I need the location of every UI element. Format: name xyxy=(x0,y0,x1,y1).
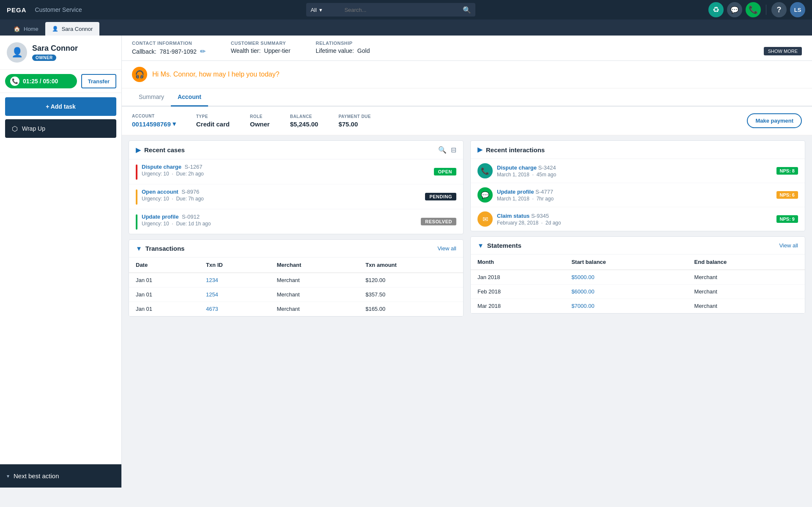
case-meta-2: Urgency: 10 · Due: 1d 1h ago xyxy=(142,221,211,227)
search-bar: All ▾ 🔍 xyxy=(306,3,475,16)
account-section: ACCOUNT 00114598769 ▾ TYPE Credit card R… xyxy=(122,107,812,135)
timer-display: 01:25 / 05:00 xyxy=(23,78,58,85)
contact-info-label: CONTACT INFORMATION xyxy=(132,41,206,46)
txn-id-0[interactable]: 1234 xyxy=(199,273,270,288)
search-icon[interactable]: 🔍 xyxy=(438,146,447,154)
interaction-email-icon: ✉ xyxy=(477,211,493,227)
recent-interactions-card: ▶ Recent interactions 📞 Dispute charge S… xyxy=(470,140,805,231)
statements-table: Month Start balance End balance Jan 2018… xyxy=(471,255,805,313)
case-item: Update profile S-0912 Urgency: 10 · Due:… xyxy=(129,209,463,234)
col-month: Month xyxy=(471,255,565,270)
recent-interactions-title: ▶ Recent interactions xyxy=(477,146,545,153)
case-meta-1: Urgency: 10 · Due: 7h ago xyxy=(142,196,204,202)
case-title-open-account[interactable]: Open account S-8976 xyxy=(142,189,204,195)
stmt-end-2: Merchant xyxy=(688,299,805,313)
call-phone-icon: 📞 xyxy=(10,77,19,86)
tab-sara-connor[interactable]: 👤 Sara Connor xyxy=(45,22,100,36)
type-value: Credit card xyxy=(196,121,230,128)
edit-icon[interactable]: ✏ xyxy=(200,47,206,55)
chat-icon: 💬 xyxy=(730,6,739,14)
payment-due-label: PAYMENT DUE xyxy=(338,114,371,119)
tab-account[interactable]: Account xyxy=(171,88,208,107)
wrap-up-button[interactable]: ⬡ Wrap Up xyxy=(5,119,116,138)
stmt-start-1[interactable]: $6000.00 xyxy=(565,285,687,299)
owner-badge: OWNER xyxy=(32,55,56,61)
next-best-action-bar[interactable]: ▾ Next best action xyxy=(0,464,121,488)
interaction-meta-1: March 1, 2018 · 7hr ago xyxy=(497,196,772,202)
lifetime-label: Lifetime value: xyxy=(316,47,354,54)
txn-id-1[interactable]: 1254 xyxy=(199,288,270,302)
interaction-item: 💬 Update profile S-4777 March 1, 2018 · … xyxy=(471,183,805,207)
col-txn-id: Txn ID xyxy=(199,258,270,273)
table-row: Jan 01 1234 Merchant $120.00 xyxy=(129,273,463,288)
table-row: Feb 2018 $6000.00 Merchant xyxy=(471,285,805,299)
transactions-table: Date Txn ID Merchant Txn amount Jan 01 1… xyxy=(129,258,463,316)
stmt-start-0[interactable]: $5000.00 xyxy=(565,270,687,285)
transactions-view-all[interactable]: View all xyxy=(437,245,456,252)
filter-icon[interactable]: ⊟ xyxy=(451,146,456,154)
relationship-section: RELATIONSHIP Lifetime value: Gold xyxy=(316,41,370,54)
case-urgency-bar xyxy=(136,164,137,180)
chat-icon-btn[interactable]: 💬 xyxy=(727,2,742,17)
case-title-update-profile[interactable]: Update profile S-0912 xyxy=(142,214,211,220)
status-badge-open: OPEN xyxy=(434,168,456,175)
interaction-title-0[interactable]: Dispute charge S-3424 xyxy=(497,164,772,171)
case-item: Open account S-8976 Urgency: 10 · Due: 7… xyxy=(129,184,463,209)
statements-view-all[interactable]: View all xyxy=(779,242,798,249)
recycle-icon-btn[interactable]: ♻ xyxy=(708,2,724,17)
account-info-row: ACCOUNT 00114598769 ▾ TYPE Credit card R… xyxy=(132,113,802,128)
user-avatar[interactable]: LS xyxy=(790,2,805,17)
col-txn-amount: Txn amount xyxy=(359,258,463,273)
interaction-item: ✉ Claim status S-9345 February 28, 2018 … xyxy=(471,207,805,231)
right-column: ▶ Recent interactions 📞 Dispute charge S… xyxy=(470,140,805,322)
case-urgency-bar xyxy=(136,189,137,205)
top-navigation: PEGA Customer Service All ▾ 🔍 ♻ 💬 📞 ? LS xyxy=(0,0,812,19)
search-dropdown[interactable]: All ▾ xyxy=(306,3,340,16)
recent-interactions-body: 📞 Dispute charge S-3424 March 1, 2018 · … xyxy=(471,159,805,231)
tab-home[interactable]: 🏠 Home xyxy=(7,22,45,36)
chevron-down-icon: ▾ xyxy=(319,7,322,13)
person-icon: 👤 xyxy=(11,47,23,58)
account-number[interactable]: 00114598769 ▾ xyxy=(132,120,176,128)
table-row: Jan 01 4673 Merchant $165.00 xyxy=(129,302,463,316)
chevron-down-icon: ▾ xyxy=(7,473,9,479)
case-title-dispute[interactable]: Dispute charge S-1267 xyxy=(142,164,204,170)
show-more-button[interactable]: SHOW MORE xyxy=(764,47,802,55)
statements-header: ▼ Statements View all xyxy=(471,237,805,255)
transfer-button[interactable]: Transfer xyxy=(81,74,116,88)
search-input[interactable] xyxy=(344,7,463,13)
col-start-balance: Start balance xyxy=(565,255,687,270)
search-input-wrap: 🔍 xyxy=(340,3,475,16)
nav-divider xyxy=(766,5,766,15)
wealth-tier-value: Wealth tier: Upper-tier xyxy=(231,47,291,54)
tab-summary[interactable]: Summary xyxy=(132,88,171,107)
stmt-start-2[interactable]: $7000.00 xyxy=(565,299,687,313)
phone-icon-btn[interactable]: 📞 xyxy=(746,2,761,17)
chevron-down-icon[interactable]: ▼ xyxy=(136,245,142,252)
callback-label: Callback: xyxy=(132,48,156,55)
payment-due-field: PAYMENT DUE $75.00 xyxy=(338,114,371,128)
interaction-title-2[interactable]: Claim status S-9345 xyxy=(497,213,772,219)
nps-badge-1: NPS: 6 xyxy=(776,191,798,199)
role-label: ROLE xyxy=(250,114,270,119)
interaction-title-1[interactable]: Update profile S-4777 xyxy=(497,189,772,195)
account-role-field: ROLE Owner xyxy=(250,114,270,128)
stmt-end-0: Merchant xyxy=(688,270,805,285)
recent-cases-body: Dispute charge S-1267 Urgency: 10 · Due:… xyxy=(129,159,463,234)
txn-date-1: Jan 01 xyxy=(129,288,199,302)
col-date: Date xyxy=(129,258,199,273)
chevron-down-icon[interactable]: ▼ xyxy=(477,242,484,249)
txn-merchant-1: Merchant xyxy=(270,288,359,302)
help-icon-btn[interactable]: ? xyxy=(771,2,787,17)
phone-icon: 📞 xyxy=(749,5,758,14)
table-row: Jan 2018 $5000.00 Merchant xyxy=(471,270,805,285)
txn-id-2[interactable]: 4673 xyxy=(199,302,270,316)
account-number-field: ACCOUNT 00114598769 ▾ xyxy=(132,114,176,128)
make-payment-button[interactable]: Make payment xyxy=(747,113,802,128)
recent-interactions-header: ▶ Recent interactions xyxy=(471,141,805,159)
lifetime-value: Lifetime value: Gold xyxy=(316,47,370,54)
chevron-right-icon[interactable]: ▶ xyxy=(477,146,483,153)
add-task-button[interactable]: + Add task xyxy=(5,97,116,116)
relationship-label: RELATIONSHIP xyxy=(316,41,370,46)
role-value: Owner xyxy=(250,121,270,128)
